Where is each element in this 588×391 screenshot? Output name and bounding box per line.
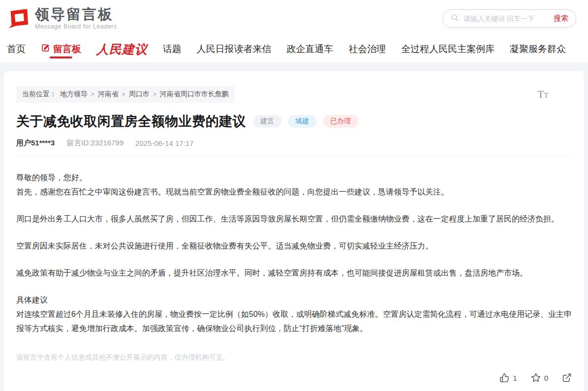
post-body: 尊敬的领导，您好。首先，感谢您在百忙之中审阅这份建言书。现就当前空置房物业费全额… (16, 170, 572, 335)
nav-item-8[interactable]: 凝聚服务群众 (510, 37, 566, 59)
post-date: 2025-06-14 17:17 (135, 139, 193, 147)
tag-list: 建言城建已办理 (253, 115, 358, 128)
breadcrumb-item-3[interactable]: 河南省周口市市长詹鹏 (160, 90, 229, 99)
body-block-0: 尊敬的领导，您好。首先，感谢您在百忙之中审阅这份建言书。现就当前空置房物业费全额… (16, 170, 572, 199)
logo-title: 领导留言板 (35, 7, 117, 22)
pen-square-icon (41, 43, 50, 55)
nav-item-3[interactable]: 话题 (163, 37, 181, 59)
nav-item-label: 人民建议 (96, 41, 147, 57)
search-input[interactable] (463, 14, 550, 23)
nav-item-label: 社会治理 (349, 43, 386, 56)
nav-item-label: 人民日报读者来信 (197, 43, 271, 56)
thumbs-up-icon (500, 373, 509, 383)
action-bar: 1 0 (16, 373, 572, 391)
search-icon (450, 13, 459, 24)
message-id: 留言ID:23216799 (66, 139, 123, 148)
body-paragraph: 周口是外出务工人口大市，很多人虽然买了房，但因工作、生活等原因导致房屋长期空置，… (16, 212, 572, 226)
nav-item-4[interactable]: 人民日报读者来信 (197, 37, 271, 59)
privacy-note: 该留言中含有个人信息或其他不便公开展示的内容，仅办理机构可见。 (16, 353, 572, 362)
breadcrumb-separator: > (91, 91, 94, 98)
nav-item-label: 话题 (163, 43, 181, 56)
body-paragraph: 尊敬的领导，您好。 (16, 170, 572, 185)
body-paragraph: 减免政策有助于减少物业与业主之间的矛盾，提升社区治理水平。同时，减轻空置房持有成… (16, 266, 572, 280)
breadcrumb: 当前位置：地方领导>河南省>周口市>河南省周口市市长詹鹏 (16, 86, 235, 103)
star-icon (531, 373, 541, 383)
font-size-icon[interactable]: TT (538, 88, 548, 101)
like-count: 1 (513, 374, 517, 382)
nav-item-label: 留言板 (53, 43, 81, 56)
site-logo[interactable]: 领导留言板 Message Board for Leaders (7, 6, 117, 31)
body-paragraph: 空置房因未实际居住，未对公共设施进行使用，全额征收物业费有失公平。适当减免物业费… (16, 239, 572, 253)
favorite-button[interactable]: 0 (531, 373, 548, 383)
nav-item-label: 全过程人民民主案例库 (401, 43, 495, 56)
breadcrumb-item-2[interactable]: 周口市 (129, 90, 149, 99)
favorite-count: 0 (544, 374, 548, 382)
share-icon (562, 373, 572, 383)
like-button[interactable]: 1 (500, 373, 517, 383)
body-block-2: 空置房因未实际居住，未对公共设施进行使用，全额征收物业费有失公平。适当减免物业费… (16, 239, 572, 253)
logo-subtitle: Message Board for Leaders (35, 23, 117, 30)
body-paragraph: 对连续空置超过6个月且未装修入住的房屋，物业费按一定比例（如50%）收取，或明确… (16, 307, 572, 335)
tag-badge-1: 城建 (288, 115, 317, 128)
nav-item-6[interactable]: 社会治理 (349, 37, 386, 59)
site-header: 领导留言板 Message Board for Leaders 搜索 (0, 0, 588, 37)
body-block-3: 减免政策有助于减少物业与业主之间的矛盾，提升社区治理水平。同时，减轻空置房持有成… (16, 266, 572, 280)
body-paragraph: 具体建议 (16, 293, 572, 307)
author-name: 用户51****3 (16, 139, 55, 148)
logo-speech-bubble-icon (7, 6, 30, 31)
breadcrumb-prefix: 当前位置： (22, 90, 57, 99)
breadcrumb-separator: > (122, 91, 125, 98)
nav-item-label: 凝聚服务群众 (510, 43, 566, 56)
share-button[interactable] (562, 373, 572, 383)
search-bar: 搜索 (442, 9, 576, 28)
post-meta: 用户51****3 留言ID:23216799 2025-06-14 17:17 (16, 139, 572, 156)
nav-item-label: 政企直通车 (287, 43, 333, 56)
search-button[interactable]: 搜索 (554, 14, 568, 23)
page-title: 关于减免收取闲置房全额物业费的建议 (16, 112, 246, 130)
tag-badge-0: 建言 (253, 115, 282, 128)
nav-item-5[interactable]: 政企直通车 (287, 37, 333, 59)
active-tab-underline (50, 56, 72, 58)
nav-item-label: 首页 (7, 43, 26, 56)
breadcrumb-item-1[interactable]: 河南省 (98, 90, 118, 99)
message-card: 当前位置：地方领导>河南省>周口市>河南省周口市市长詹鹏 TT 关于减免收取闲置… (4, 71, 584, 391)
body-paragraph: 首先，感谢您在百忙之中审阅这份建言书。现就当前空置房物业费全额征收的问题，向您提… (16, 185, 572, 199)
nav-item-7[interactable]: 全过程人民民主案例库 (401, 37, 495, 59)
breadcrumb-item-0[interactable]: 地方领导 (60, 90, 88, 99)
breadcrumb-separator: > (153, 91, 156, 98)
tag-badge-2: 已办理 (323, 115, 358, 128)
nav-item-2[interactable]: 人民建议 (96, 37, 147, 59)
main-nav: 首页留言板人民建议话题人民日报读者来信政企直通车社会治理全过程人民民主案例库凝聚… (0, 37, 588, 62)
nav-item-1[interactable]: 留言板 (41, 37, 81, 59)
body-block-4: 具体建议对连续空置超过6个月且未装修入住的房屋，物业费按一定比例（如50%）收取… (16, 293, 572, 335)
body-block-1: 周口是外出务工人口大市，很多人虽然买了房，但因工作、生活等原因导致房屋长期空置，… (16, 212, 572, 226)
page-background: 当前位置：地方领导>河南省>周口市>河南省周口市市长詹鹏 TT 关于减免收取闲置… (0, 62, 588, 391)
nav-item-0[interactable]: 首页 (7, 37, 26, 59)
